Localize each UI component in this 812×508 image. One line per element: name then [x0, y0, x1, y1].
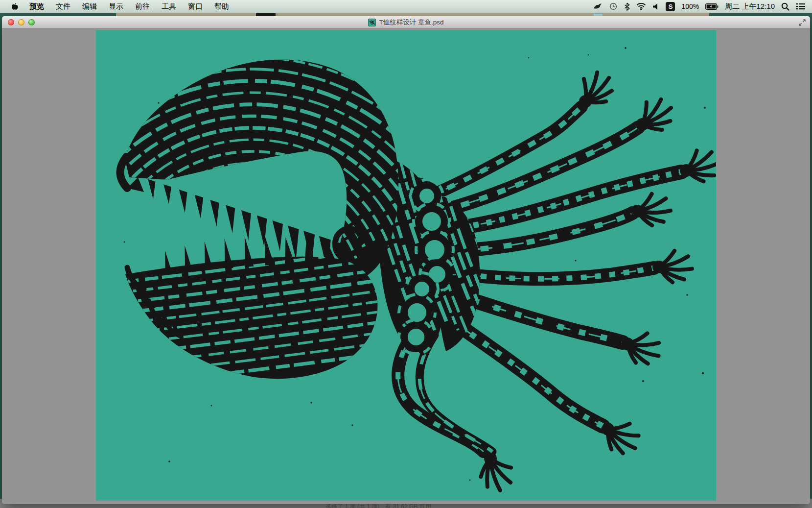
window-title: T恤纹样设计 章鱼.psd: [379, 18, 443, 27]
time-machine-icon[interactable]: [609, 2, 618, 11]
preview-content-area: [2, 29, 810, 504]
notification-center-icon[interactable]: [796, 3, 805, 10]
minimize-button[interactable]: [18, 19, 24, 25]
bluetooth-icon[interactable]: [624, 2, 630, 11]
document-icon: [368, 19, 376, 26]
window-controls: [8, 16, 35, 28]
bird-status-icon[interactable]: [593, 2, 603, 10]
menu-file[interactable]: 文件: [56, 2, 70, 11]
input-method-badge[interactable]: S: [666, 2, 675, 11]
volume-icon[interactable]: [652, 3, 659, 10]
menu-app[interactable]: 预览: [29, 2, 44, 11]
octopus-artwork: [96, 30, 716, 501]
zoom-button[interactable]: [28, 19, 35, 25]
preview-window: T恤纹样设计 章鱼.psd: [2, 16, 810, 504]
menu-edit[interactable]: 编辑: [82, 2, 97, 11]
menu-help[interactable]: 帮助: [214, 2, 229, 11]
menu-bar: 预览 文件 编辑 显示 前往 工具 窗口 帮助 S 100% 周二 上午12:1…: [0, 0, 812, 13]
menu-tools[interactable]: 工具: [162, 2, 176, 11]
menu-bar-status-area: S 100% 周二 上午12:10: [593, 2, 812, 11]
close-button[interactable]: [8, 19, 14, 25]
battery-icon[interactable]: [705, 3, 719, 10]
desktop: { "menubar": { "app_menu_label": "预览", "…: [0, 0, 812, 508]
apple-menu-icon[interactable]: [11, 2, 20, 11]
menu-bar-left: 预览 文件 编辑 显示 前往 工具 窗口 帮助: [0, 2, 241, 11]
menu-go[interactable]: 前往: [135, 2, 150, 11]
fullscreen-button[interactable]: [798, 19, 806, 26]
title-bar[interactable]: T恤纹样设计 章鱼.psd: [2, 16, 810, 29]
menu-window[interactable]: 窗口: [188, 2, 203, 11]
battery-percent: 100%: [681, 2, 699, 10]
background-window-speck: [594, 14, 603, 16]
wifi-icon[interactable]: [636, 3, 646, 10]
title-group: T恤纹样设计 章鱼.psd: [368, 18, 443, 27]
menu-bar-clock[interactable]: 周二 上午12:10: [725, 2, 775, 11]
menu-view[interactable]: 显示: [109, 2, 123, 11]
spotlight-icon[interactable]: [781, 2, 789, 11]
